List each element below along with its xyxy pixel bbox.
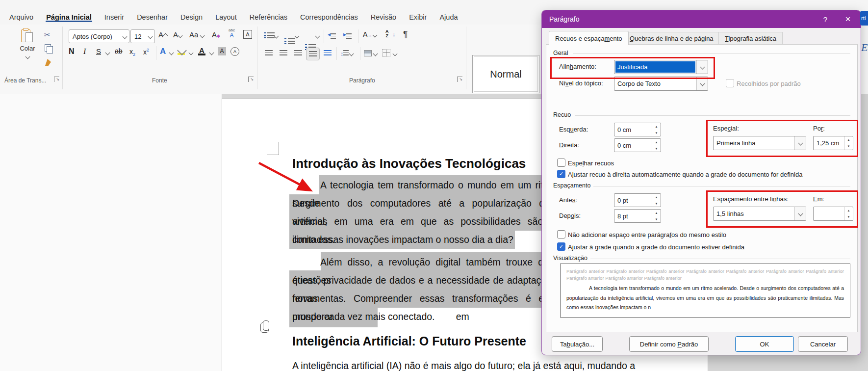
clear-formatting-button[interactable]: A◆ bbox=[212, 30, 220, 39]
pilcrow-icon[interactable]: ¶ bbox=[403, 29, 408, 40]
tabs-button[interactable]: Tabulação... bbox=[552, 336, 603, 352]
borders-chevron-icon[interactable] bbox=[393, 52, 398, 56]
copilot-icon[interactable] bbox=[260, 322, 269, 333]
spin-down-icon[interactable]: ▼ bbox=[652, 200, 661, 207]
font-size-combo[interactable]: 12 bbox=[130, 29, 155, 43]
highlight-color-button[interactable] bbox=[178, 47, 185, 55]
no-space-checkbox[interactable] bbox=[557, 230, 565, 238]
format-painter-icon[interactable] bbox=[45, 59, 51, 66]
subscript-button[interactable]: x2 bbox=[129, 48, 135, 57]
line-spacing-icon[interactable]: ↕ bbox=[340, 49, 353, 58]
align-center-icon[interactable] bbox=[280, 50, 287, 56]
dialog-help-button[interactable]: ? bbox=[816, 10, 835, 28]
tab-desenhar[interactable]: Desenhar bbox=[130, 13, 174, 21]
shading-icon[interactable] bbox=[364, 50, 372, 56]
sort-icon[interactable]: A Z bbox=[385, 29, 389, 38]
set-default-button[interactable]: Definir como Padrão bbox=[629, 336, 709, 352]
highlight-chevron-icon[interactable] bbox=[189, 51, 194, 55]
text-effects-button[interactable]: A bbox=[160, 47, 166, 56]
dialog-tab-tipografia[interactable]: Tipografia asiática bbox=[718, 32, 783, 45]
cut-icon[interactable]: ✂ bbox=[44, 30, 51, 39]
spin-up-icon[interactable]: ▲ bbox=[652, 194, 661, 200]
editor-icon[interactable]: E bbox=[861, 41, 868, 56]
tab-design[interactable]: Design bbox=[174, 13, 209, 21]
outline-combo-chevron-icon[interactable] bbox=[696, 77, 708, 90]
indent-right-spinner[interactable]: 0 cm ▲▼ bbox=[614, 138, 661, 152]
tab-layout[interactable]: Layout bbox=[209, 13, 243, 21]
tab-correspondencias[interactable]: Correspondências bbox=[294, 13, 364, 21]
tab-exibir[interactable]: Exibir bbox=[403, 13, 433, 21]
tab-arquivo[interactable]: Arquivo bbox=[3, 13, 40, 21]
dialog-tab-quebras[interactable]: Quebras de linha e de página bbox=[623, 32, 720, 45]
indent-left-spinner[interactable]: 0 cm ▲▼ bbox=[614, 123, 661, 136]
spacing-after-label: Depois: bbox=[559, 212, 581, 219]
text-effects-chevron-icon[interactable] bbox=[169, 51, 174, 55]
spin-down-icon[interactable]: ▼ bbox=[652, 145, 661, 152]
dialog-close-icon[interactable]: × bbox=[838, 10, 858, 28]
style-normal-label: Normal bbox=[490, 69, 521, 80]
tab-revisao[interactable]: Revisão bbox=[364, 13, 403, 21]
underline-chevron-icon[interactable] bbox=[105, 51, 110, 55]
align-left-icon[interactable] bbox=[265, 50, 273, 56]
strikethrough-button[interactable]: ab bbox=[115, 47, 123, 55]
character-border-button[interactable]: A bbox=[243, 30, 252, 39]
spin-down-icon[interactable]: ▼ bbox=[652, 130, 661, 136]
dialog-titlebar[interactable]: Parágrafo bbox=[542, 10, 861, 28]
collapsed-checkbox[interactable] bbox=[726, 79, 734, 87]
ok-button[interactable]: OK bbox=[735, 336, 794, 352]
paste-button[interactable]: Colar bbox=[15, 28, 40, 61]
superscript-button[interactable]: x2 bbox=[143, 48, 149, 56]
align-right-icon[interactable] bbox=[294, 50, 302, 56]
dialog-tab-recuos[interactable]: Recuos e espaçamento bbox=[549, 31, 629, 45]
annotation-box-special bbox=[706, 120, 858, 157]
spacing-before-spinner[interactable]: 0 pt ▲▼ bbox=[614, 193, 661, 207]
numbering-chevron-icon[interactable] bbox=[295, 34, 300, 39]
spin-up-icon[interactable]: ▲ bbox=[652, 139, 661, 145]
font-name-combo[interactable]: Aptos (Corpo) bbox=[69, 29, 129, 43]
spin-up-icon[interactable]: ▲ bbox=[652, 123, 661, 130]
paste-chevron-icon[interactable] bbox=[25, 54, 30, 59]
clipboard-icon bbox=[21, 28, 34, 43]
italic-button[interactable]: I bbox=[83, 47, 86, 56]
tab-referencias[interactable]: Referências bbox=[243, 13, 294, 21]
phonetic-guide-button[interactable]: abc A bbox=[229, 28, 235, 38]
numbered-list-icon[interactable] bbox=[288, 38, 295, 44]
mirror-indents-checkbox[interactable] bbox=[557, 159, 565, 167]
tab-ajuda[interactable]: Ajuda bbox=[433, 13, 464, 21]
spacing-after-spinner[interactable]: 8 pt ▲▼ bbox=[614, 209, 661, 223]
asian-layout-button[interactable]: A↔ bbox=[363, 30, 377, 38]
tab-inserir[interactable]: Inserir bbox=[98, 13, 130, 21]
increase-indent-icon[interactable]: ▶ bbox=[343, 32, 352, 41]
cancel-button[interactable]: Cancelar bbox=[798, 336, 848, 352]
bold-button[interactable]: N bbox=[69, 47, 75, 56]
spacing-before-label: Antes: bbox=[559, 196, 577, 204]
character-shading-button[interactable]: A bbox=[218, 47, 226, 55]
snap-grid-checkbox[interactable]: ✓ bbox=[557, 242, 565, 251]
shading-chevron-icon[interactable] bbox=[373, 52, 378, 56]
clipboard-dialog-launcher-icon[interactable]: ↘ bbox=[54, 77, 59, 82]
font-dialog-launcher-icon[interactable]: ↘ bbox=[248, 77, 254, 82]
change-case-button[interactable]: Aa bbox=[189, 30, 204, 39]
decrease-indent-icon[interactable]: ◀ bbox=[328, 32, 336, 41]
underline-button[interactable]: S bbox=[96, 47, 101, 55]
distribute-text-icon[interactable] bbox=[324, 50, 332, 56]
font-color-button[interactable]: A bbox=[198, 46, 205, 55]
indent-left-label: Esquerda: bbox=[559, 126, 588, 133]
paragraph-dialog-launcher-icon[interactable]: ↘ bbox=[457, 77, 462, 82]
share-button-partial[interactable]: rti bbox=[860, 11, 868, 26]
style-normal[interactable]: Normal bbox=[472, 55, 539, 93]
spin-down-icon[interactable]: ▼ bbox=[652, 216, 661, 222]
multilevel-chevron-icon[interactable] bbox=[315, 34, 320, 39]
font-color-chevron-icon[interactable] bbox=[209, 51, 214, 55]
tab-pagina-inicial[interactable]: Página Inicial bbox=[40, 13, 98, 21]
grow-font-button[interactable]: A bbox=[158, 30, 167, 39]
copy-icon[interactable] bbox=[45, 44, 51, 52]
bullet-chevron-icon[interactable] bbox=[274, 34, 279, 39]
bullet-list-icon[interactable] bbox=[267, 32, 275, 38]
borders-icon[interactable] bbox=[383, 49, 390, 57]
justify-button-selected[interactable] bbox=[306, 48, 320, 60]
auto-adjust-indent-checkbox[interactable]: ✓ bbox=[557, 170, 565, 178]
spin-up-icon[interactable]: ▲ bbox=[652, 210, 661, 216]
shrink-font-button[interactable]: A bbox=[173, 30, 182, 39]
enclose-characters-button[interactable]: A bbox=[230, 47, 239, 56]
